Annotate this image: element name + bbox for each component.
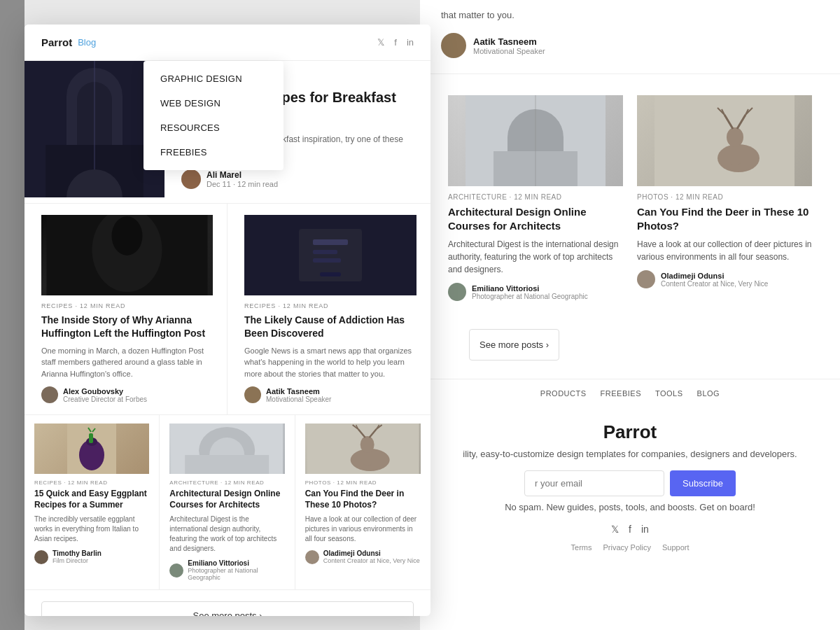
huffington-desc: One morning in March, a dozen Huffington…: [41, 345, 213, 380]
huffington-author-role: Creative Director at Forbes: [63, 396, 147, 403]
footer-links-bottom: Terms Privacy Policy Support: [434, 543, 826, 552]
huffington-author-name: Alex Goubovsky: [63, 387, 147, 396]
privacy-link[interactable]: Privacy Policy: [603, 543, 650, 552]
dropdown-graphic-design[interactable]: GRAPHIC DESIGN: [144, 66, 284, 91]
eggplant-author-row: Timothy Barlin Film Director: [34, 550, 149, 564]
small-card-deer[interactable]: PHOTOS · 12 MIN READ Can You Find the De…: [295, 415, 430, 589]
addiction-title: The Likely Cause of Addiction Has Been D…: [244, 314, 416, 339]
right-nav-tools[interactable]: TOOLS: [655, 389, 683, 398]
right-nav-freebies[interactable]: FREEBIES: [601, 389, 641, 398]
small-card-arch[interactable]: ARCHITECTURE · 12 MIN READ Architectural…: [160, 415, 295, 589]
see-more-button[interactable]: See more posts ›: [41, 601, 414, 616]
right-brand-desc: ility, easy-to-customize design template…: [434, 449, 826, 459]
small-card-eggplant[interactable]: RECIPES · 12 MIN READ 15 Quick and Easy …: [24, 415, 160, 589]
right-panel: that matter to you. Aatik Tasneem Motiva…: [420, 0, 840, 630]
deer-small-image: [305, 424, 421, 474]
arch-author-row: Emiliano Vittoriosi Photographer at Nati…: [448, 283, 623, 301]
deer-small-author-name: Oladimeji Odunsi: [323, 550, 420, 557]
subscribe-input[interactable]: [524, 470, 664, 496]
subscribe-button[interactable]: Subscribe: [670, 470, 736, 496]
person-role: Motivational Speaker: [473, 47, 545, 55]
person-avatar: [441, 33, 466, 58]
deer-author-role: Content Creator at Nice, Very Nice: [661, 280, 768, 288]
dropdown-web-design[interactable]: WEB DESIGN: [144, 91, 284, 115]
huffington-title: The Inside Story of Why Arianna Huffingt…: [41, 314, 213, 339]
arch-author-avatar: [448, 283, 466, 301]
huffington-author-avatar: [41, 386, 58, 403]
dropdown-menu: GRAPHIC DESIGN WEB DESIGN RESOURCES FREE…: [144, 61, 284, 170]
spam-note: No spam. New guides, posts, tools, and b…: [434, 502, 826, 512]
deer-category: PHOTOS · 12 MIN READ: [637, 193, 812, 201]
arch-small-author-name: Emiliano Vittoriosi: [188, 559, 284, 567]
arch-small-title: Architectural Design Online Courses for …: [169, 489, 284, 510]
svg-rect-38: [185, 455, 269, 474]
linkedin-icon[interactable]: in: [641, 524, 649, 535]
right-nav-products[interactable]: PRODUCTS: [540, 389, 587, 398]
site-logo: Parrot: [41, 36, 72, 48]
svg-rect-25: [313, 239, 348, 245]
right-footer-nav: PRODUCTS FREEBIES TOOLS BLOG: [420, 379, 840, 407]
right-brand-section: Parrot ility, easy-to-customize design t…: [420, 407, 840, 566]
deer-small-author-avatar: [305, 550, 319, 564]
article-card-huffington[interactable]: RECIPES · 12 MIN READ The Inside Story o…: [24, 204, 227, 414]
deer-small-desc: Have a look at our collection of deer pi…: [305, 514, 421, 544]
addiction-author-role: Motivational Speaker: [266, 396, 331, 403]
right-arch-card[interactable]: ARCHITECTURE · 12 MIN READ Architectural…: [441, 88, 630, 308]
person-name: Aatik Tasneem: [473, 36, 545, 47]
eggplant-image: [34, 424, 149, 474]
twitter-icon[interactable]: 𝕏: [611, 524, 619, 535]
arch-small-author-role: Photographer at National Geographic: [188, 567, 284, 581]
svg-rect-26: [313, 250, 337, 254]
see-more-section: See more posts ›: [24, 589, 430, 616]
addiction-author-row: Aatik Tasneem Motivational Speaker: [244, 386, 416, 403]
eggplant-desc: The incredibly versatile eggplant works …: [34, 514, 149, 544]
deer-image: [637, 95, 812, 186]
arch-category: ARCHITECTURE · 12 MIN READ: [448, 193, 623, 201]
eggplant-author-avatar: [34, 550, 48, 564]
articles-grid: RECIPES · 12 MIN READ The Inside Story o…: [24, 203, 430, 414]
huffington-author-row: Alex Goubovsky Creative Director at Forb…: [41, 386, 213, 403]
arch-small-author-avatar: [169, 564, 183, 578]
see-more-button-right[interactable]: See more posts ›: [469, 329, 559, 360]
facebook-nav-icon[interactable]: f: [394, 37, 397, 48]
arch-small-image: [169, 424, 284, 474]
eggplant-title: 15 Quick and Easy Eggplant Recipes for a…: [34, 489, 149, 510]
svg-rect-32: [89, 433, 93, 443]
support-link[interactable]: Support: [662, 543, 690, 552]
dropdown-resources[interactable]: RESOURCES: [144, 115, 284, 140]
dropdown-freebies[interactable]: FREEBIES: [144, 140, 284, 164]
twitter-nav-icon[interactable]: 𝕏: [377, 37, 384, 48]
huffington-image: [41, 215, 213, 295]
deer-desc: Have a look at our collection of deer pi…: [637, 238, 812, 263]
article-card-addiction[interactable]: RECIPES · 12 MIN READ The Likely Cause o…: [227, 204, 430, 414]
deer-small-category: PHOTOS · 12 MIN READ: [305, 479, 421, 486]
svg-point-42: [360, 436, 374, 453]
addiction-desc: Google News is a smart news app that org…: [244, 345, 416, 380]
deer-author-name: Oladimeji Odunsi: [661, 272, 768, 280]
featured-author-name: Ali Marel: [206, 170, 278, 180]
svg-rect-4: [654, 95, 794, 186]
small-articles-grid: RECIPES · 12 MIN READ 15 Quick and Easy …: [24, 414, 430, 589]
terms-link[interactable]: Terms: [571, 543, 592, 552]
deer-small-title: Can You Find the Deer in These 10 Photos…: [305, 489, 421, 510]
nav-social-icons: 𝕏 f in: [377, 37, 414, 48]
matter-text: that matter to you.: [441, 10, 514, 20]
deer-author-row: Oladimeji Odunsi Content Creator at Nice…: [637, 270, 812, 288]
arch-image: [448, 95, 623, 186]
arch-title: Architectural Design Online Courses for …: [448, 205, 623, 232]
blog-nav-link[interactable]: Blog: [78, 37, 96, 48]
arch-desc: Architectural Digest is the internationa…: [448, 238, 623, 276]
featured-author-row: Ali Marel Dec 11 · 12 min read: [181, 169, 414, 189]
linkedin-nav-icon[interactable]: in: [407, 37, 414, 48]
left-overlay: [0, 0, 24, 630]
right-nav-blog[interactable]: BLOG: [697, 389, 720, 398]
eggplant-author-name: Timothy Barlin: [52, 550, 102, 557]
facebook-icon[interactable]: f: [629, 524, 631, 535]
arch-small-desc: Architectural Digest is the internationa…: [169, 514, 284, 554]
svg-rect-28: [320, 272, 341, 276]
arch-author-name: Emiliano Vittoriosi: [472, 284, 588, 293]
featured-author-avatar: [181, 169, 201, 189]
addiction-image: [244, 215, 416, 295]
deer-small-author-row: Oladimeji Odunsi Content Creator at Nice…: [305, 550, 421, 564]
right-deer-card[interactable]: PHOTOS · 12 MIN READ Can You Find the De…: [630, 88, 819, 308]
